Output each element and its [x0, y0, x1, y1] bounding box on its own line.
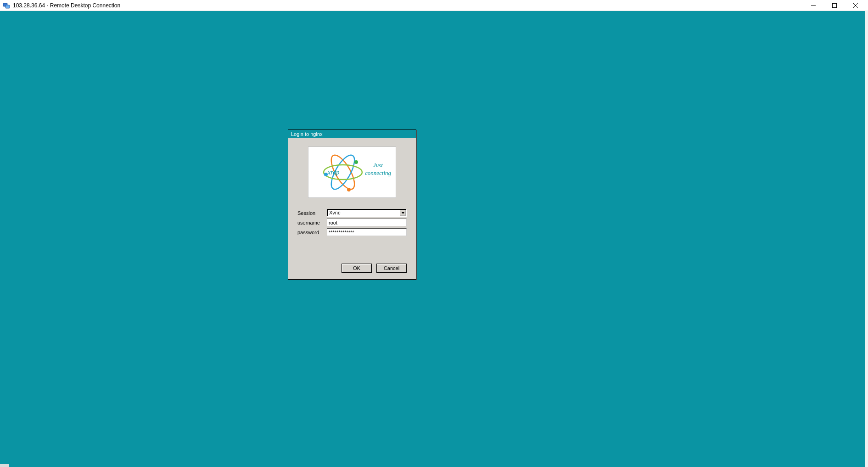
svg-rect-1	[6, 5, 10, 8]
window-controls	[803, 0, 866, 11]
session-select-wrap[interactable]: Xvnc	[327, 209, 407, 217]
session-row: Session Xvnc	[297, 209, 407, 217]
session-select[interactable]: Xvnc	[327, 209, 407, 217]
remote-viewport[interactable]: Login to nginx xrdp Just connec	[2, 13, 865, 465]
close-button[interactable]	[845, 0, 866, 11]
username-input[interactable]	[327, 219, 407, 226]
xrdp-logo-text: xrdp	[328, 169, 339, 176]
password-input[interactable]	[327, 228, 407, 236]
login-dialog: Login to nginx xrdp Just connec	[288, 129, 416, 280]
vertical-scrollbar[interactable]	[865, 11, 868, 467]
minimize-button[interactable]	[803, 0, 824, 11]
login-dialog-body: xrdp Just connecting Session Xvnc userna…	[288, 138, 416, 279]
rdp-icon	[3, 2, 10, 9]
tagline-line2: connecting	[365, 169, 391, 177]
password-label: password	[297, 230, 327, 235]
tagline-line1: Just	[365, 162, 391, 169]
username-label: username	[297, 220, 327, 225]
cancel-button[interactable]: Cancel	[376, 264, 407, 273]
svg-point-10	[324, 173, 328, 176]
login-dialog-title: Login to nginx	[291, 131, 323, 137]
svg-rect-3	[833, 3, 837, 7]
taskbar-edge	[0, 464, 9, 467]
svg-point-9	[354, 160, 358, 164]
window-title: 103.28.36.64 - Remote Desktop Connection	[13, 2, 120, 9]
dialog-button-row: OK Cancel	[297, 264, 407, 273]
rdp-window-titlebar: 103.28.36.64 - Remote Desktop Connection	[0, 0, 868, 11]
remote-desktop-surface: Login to nginx xrdp Just connec	[0, 11, 868, 467]
maximize-button[interactable]	[824, 0, 845, 11]
svg-point-11	[347, 188, 351, 191]
xrdp-logo: xrdp Just connecting	[308, 146, 396, 198]
username-row: username	[297, 219, 407, 226]
password-row: password	[297, 228, 407, 236]
session-label: Session	[297, 210, 327, 216]
xrdp-tagline: Just connecting	[365, 162, 391, 177]
ok-button[interactable]: OK	[342, 264, 372, 273]
login-dialog-titlebar[interactable]: Login to nginx	[288, 130, 416, 138]
